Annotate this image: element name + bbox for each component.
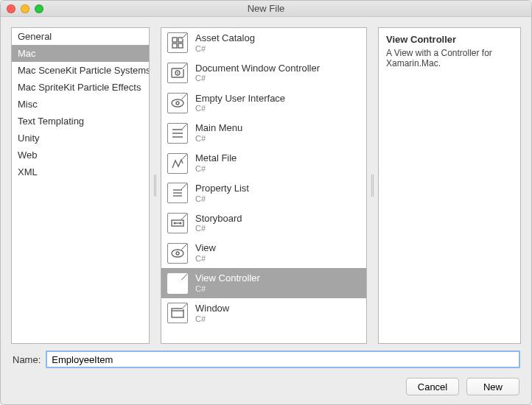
plist-icon: [167, 183, 188, 203]
template-item[interactable]: View ControllerC#: [161, 268, 366, 298]
window-controller-icon: [167, 63, 188, 83]
category-item[interactable]: Mac SpriteKit Particle Effects: [12, 79, 149, 96]
svg-rect-3: [178, 43, 183, 48]
template-item[interactable]: StoryboardC#: [161, 208, 366, 239]
template-item[interactable]: Property ListC#: [161, 178, 366, 208]
template-name: Storyboard: [195, 213, 242, 225]
svg-point-6: [177, 72, 178, 74]
template-subtitle: C#: [195, 104, 285, 113]
template-subtitle: C#: [195, 44, 255, 54]
svg-rect-0: [172, 38, 177, 42]
splitter-left[interactable]: [153, 27, 158, 344]
titlebar: New File: [1, 1, 531, 17]
svg-point-19: [172, 250, 183, 257]
button-row: Cancel New: [11, 375, 521, 397]
name-label: Name:: [13, 354, 41, 365]
window-icon: [167, 303, 188, 323]
template-name: Metal File: [195, 152, 237, 164]
view-controller-icon: [167, 273, 188, 294]
description-text: A View with a Controller for Xamarin.Mac…: [386, 48, 513, 68]
template-subtitle: C#: [195, 224, 242, 233]
svg-point-20: [176, 252, 179, 255]
template-subtitle: C#: [195, 74, 320, 83]
template-subtitle: C#: [195, 254, 216, 264]
template-list[interactable]: Asset CatalogC#Document Window Controlle…: [161, 27, 367, 344]
category-item[interactable]: Mac SceneKit Particle Systems: [12, 62, 149, 79]
template-subtitle: C#: [195, 314, 229, 324]
template-item[interactable]: Empty User InterfaceC#: [161, 88, 366, 119]
name-input[interactable]: [46, 351, 519, 367]
template-name: Document Window Controller: [195, 63, 320, 74]
category-item[interactable]: Text Templating: [12, 113, 149, 130]
template-name: Main Menu: [195, 122, 242, 134]
metal-icon: [167, 153, 188, 174]
name-row: Name:: [11, 351, 521, 367]
category-list[interactable]: GeneralMacMac SceneKit Particle SystemsM…: [11, 27, 150, 344]
svg-rect-1: [178, 38, 183, 42]
template-subtitle: C#: [195, 134, 242, 144]
svg-point-8: [176, 102, 179, 105]
template-name: Empty User Interface: [195, 93, 285, 105]
category-item[interactable]: Misc: [12, 96, 149, 113]
new-button[interactable]: New: [466, 378, 519, 395]
panels: GeneralMacMac SceneKit Particle SystemsM…: [11, 27, 521, 344]
category-item[interactable]: General: [12, 28, 149, 45]
category-item[interactable]: Web: [12, 147, 149, 163]
svg-point-7: [172, 99, 183, 107]
category-item[interactable]: Unity: [12, 130, 149, 147]
template-name: View Controller: [195, 272, 260, 284]
template-name: Window: [195, 303, 229, 314]
template-subtitle: C#: [195, 164, 237, 174]
category-item[interactable]: XML: [12, 163, 149, 180]
template-name: Property List: [195, 183, 249, 194]
svg-rect-24: [172, 309, 183, 317]
template-name: View: [195, 242, 216, 254]
template-item[interactable]: ViewC#: [161, 238, 366, 268]
template-item[interactable]: Asset CatalogC#: [161, 28, 366, 58]
asset-catalog-icon: [167, 32, 188, 53]
cancel-button[interactable]: Cancel: [406, 378, 459, 395]
template-item[interactable]: Document Window ControllerC#: [161, 58, 366, 88]
description-panel: View Controller A View with a Controller…: [378, 27, 521, 344]
new-file-dialog: New File GeneralMacMac SceneKit Particle…: [0, 0, 532, 405]
description-title: View Controller: [386, 34, 513, 45]
category-item[interactable]: Mac: [12, 45, 149, 62]
template-subtitle: C#: [195, 194, 249, 204]
menu-icon: [167, 123, 188, 144]
splitter-right[interactable]: [370, 27, 375, 344]
template-item[interactable]: WindowC#: [161, 298, 366, 328]
template-name: Asset Catalog: [195, 32, 255, 44]
svg-point-23: [177, 283, 178, 284]
dialog-body: GeneralMacMac SceneKit Particle SystemsM…: [1, 17, 531, 404]
template-item[interactable]: Metal FileC#: [161, 148, 366, 178]
empty-ui-icon: [167, 93, 188, 113]
storyboard-icon: [167, 213, 188, 233]
view-icon: [167, 243, 188, 264]
window-title: New File: [1, 3, 531, 14]
svg-rect-2: [172, 43, 177, 48]
template-item[interactable]: Main MenuC#: [161, 118, 366, 148]
template-subtitle: C#: [195, 284, 260, 294]
